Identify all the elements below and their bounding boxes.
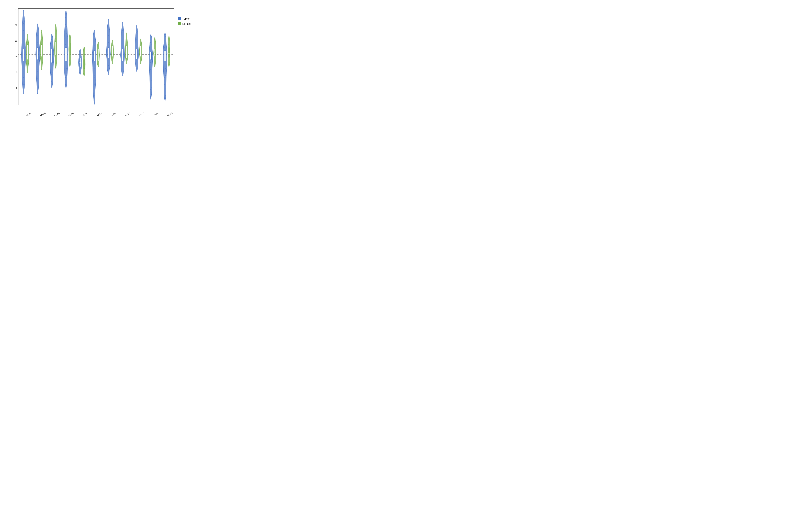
data-dot: [69, 60, 70, 60]
chart-container: 13121110987 BLCABRCACOADHNSCKICHKIRCLUAD…: [8, 4, 195, 122]
data-dot: [37, 82, 37, 83]
data-dot: [23, 12, 23, 12]
data-dot: [154, 39, 155, 40]
y-axis: 13121110987: [13, 7, 18, 110]
data-dot: [38, 29, 38, 29]
data-dot: [24, 66, 24, 66]
data-dot: [95, 64, 95, 64]
data-dot: [112, 43, 112, 43]
iqr-box: [136, 49, 137, 59]
data-dot: [94, 96, 94, 96]
data-dot: [169, 40, 169, 40]
data-dot: [94, 93, 94, 94]
data-dot: [137, 44, 137, 44]
data-dot: [123, 28, 123, 28]
y-tick: 11: [15, 40, 17, 42]
data-dot: [151, 67, 151, 67]
violin-shape: [92, 30, 96, 105]
data-dot: [51, 39, 52, 40]
legend-color-box: [177, 17, 181, 20]
data-dot: [151, 74, 151, 74]
data-dot: [23, 17, 24, 17]
data-dot: [23, 89, 23, 89]
data-dot: [150, 76, 151, 76]
data-dot: [140, 62, 140, 62]
data-dot: [70, 38, 70, 38]
data-dot: [123, 73, 123, 73]
data-dot: [23, 19, 23, 19]
data-dot: [66, 13, 66, 13]
data-dot: [164, 64, 165, 64]
legend: TumorNormal: [174, 7, 195, 117]
y-tick: 12: [15, 24, 17, 26]
data-dot: [108, 22, 109, 22]
data-dot: [108, 70, 108, 70]
data-dot: [94, 79, 94, 80]
data-dot: [122, 26, 122, 26]
data-dot: [168, 65, 169, 65]
data-dot: [23, 71, 24, 71]
data-dot: [38, 87, 38, 88]
data-dot: [95, 84, 95, 84]
data-dot: [27, 65, 28, 65]
data-dot: [95, 43, 95, 43]
data-dot: [94, 38, 94, 39]
data-dot: [137, 28, 137, 28]
legend-item: Normal: [177, 22, 193, 25]
data-dot: [150, 49, 151, 49]
data-dot: [95, 77, 95, 78]
y-tick: 8: [16, 87, 17, 89]
data-dot: [165, 73, 165, 73]
data-dot: [24, 41, 24, 42]
data-dot: [108, 38, 108, 38]
data-dot: [95, 91, 95, 91]
data-dot: [27, 69, 27, 69]
data-dot: [94, 102, 94, 102]
data-dot: [127, 38, 127, 39]
data-dot: [164, 77, 165, 78]
data-dot: [98, 64, 99, 64]
data-dot: [41, 62, 41, 62]
data-dot: [66, 40, 66, 40]
data-dot: [52, 79, 52, 79]
data-dot: [84, 56, 84, 57]
data-dot: [94, 87, 94, 87]
data-dot: [95, 36, 95, 37]
data-dot: [70, 65, 70, 65]
data-dot: [98, 46, 98, 46]
data-dot: [51, 74, 52, 75]
data-dot: [42, 66, 42, 66]
data-dot: [23, 64, 24, 64]
data-dot: [140, 41, 141, 41]
data-dot: [164, 98, 165, 98]
chart-title: [8, 4, 195, 7]
iqr-box: [55, 42, 56, 55]
data-dot: [165, 45, 165, 46]
data-dot: [94, 41, 94, 41]
data-dot: [37, 38, 37, 38]
data-dot: [55, 32, 55, 32]
iqr-box: [27, 45, 28, 60]
data-dot: [151, 47, 151, 47]
data-dot: [37, 90, 37, 90]
iqr-box: [112, 46, 113, 57]
data-dot: [165, 89, 166, 89]
violin-shape: [135, 25, 139, 72]
data-dot: [24, 28, 24, 28]
data-dot: [169, 62, 169, 63]
data-dot: [108, 63, 108, 64]
data-dot: [165, 38, 165, 39]
data-dot: [154, 46, 155, 46]
data-dot: [56, 30, 56, 30]
iqr-box: [41, 45, 42, 57]
data-dot: [56, 34, 56, 34]
data-dot: [23, 77, 24, 78]
data-dot: [84, 52, 85, 52]
data-dot: [65, 45, 66, 45]
data-dot: [137, 37, 137, 37]
data-dot: [151, 38, 151, 38]
data-dot: [95, 98, 95, 98]
data-dot: [165, 82, 166, 82]
data-dot: [38, 40, 38, 40]
data-dot: [151, 94, 151, 94]
